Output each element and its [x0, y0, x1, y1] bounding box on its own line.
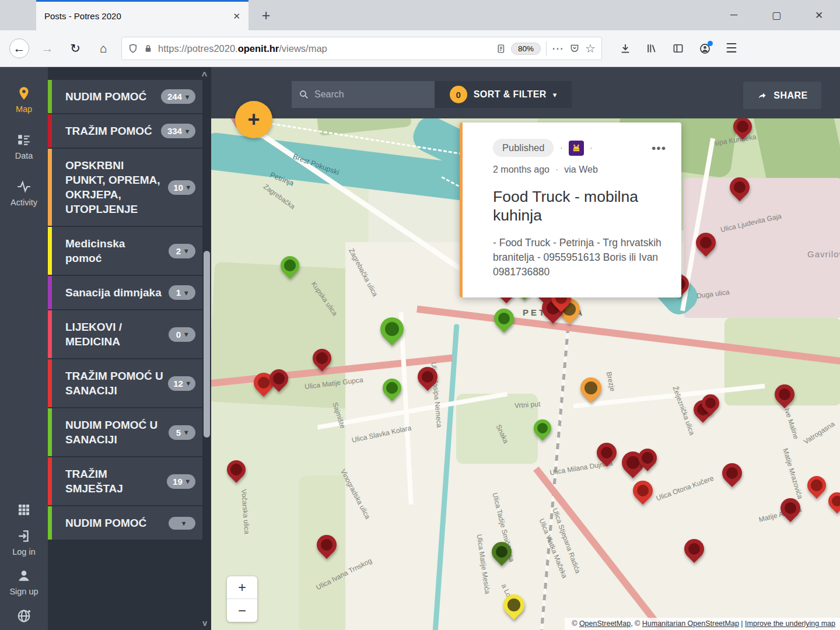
map-pin-darkred[interactable] [223, 457, 249, 483]
map-pin-green[interactable] [376, 312, 409, 345]
category-item[interactable]: Medicinska pomoć2▾ [48, 227, 202, 275]
window-minimize-button[interactable]: ─ [726, 9, 742, 21]
category-item[interactable]: NUDIM POMOĆ▾ [48, 506, 202, 540]
hot-osm-link[interactable]: Humanitarian OpenStreetMap [642, 620, 739, 628]
library-icon[interactable] [646, 43, 657, 54]
osm-link[interactable]: OpenStreetMap [579, 620, 631, 628]
map-pin-green[interactable] [276, 253, 303, 279]
filter-count-badge: 0 [450, 86, 467, 103]
category-item[interactable]: TRAŽIM POMOĆ334▾ [48, 114, 202, 148]
nav-item-login[interactable]: Log in [12, 528, 36, 556]
pin-center-dot [686, 541, 703, 558]
sidebar-scrollbar-thumb[interactable] [204, 251, 210, 438]
map-pin-darkred[interactable] [309, 345, 335, 372]
map-pin-orange[interactable] [576, 373, 606, 402]
improve-map-link[interactable]: Improve the underlying map [745, 620, 835, 628]
tracking-shield-icon[interactable] [128, 43, 138, 54]
map-pin-darkred[interactable] [718, 459, 746, 487]
search-input[interactable] [314, 89, 408, 100]
scroll-up-icon[interactable]: ^ [202, 71, 207, 81]
category-count-badge[interactable]: 19▾ [167, 474, 195, 489]
nav-item-signup[interactable]: Sign up [9, 568, 38, 596]
nav-item-map[interactable]: Map [16, 86, 32, 114]
pin-center-dot [314, 351, 330, 366]
globe-icon [16, 608, 32, 624]
map-pin-red[interactable] [825, 489, 840, 513]
sidebar-toggle-icon[interactable] [672, 43, 684, 54]
category-item[interactable]: NUDIM POMOĆ244▾ [48, 80, 202, 113]
map-pin-darkred[interactable] [414, 363, 442, 391]
menu-hamburger-icon[interactable]: ☰ [726, 41, 737, 56]
pin-center-dot [830, 494, 840, 508]
nav-item-language[interactable] [16, 608, 32, 624]
category-item[interactable]: Sanacija dimnjaka1▾ [48, 276, 202, 309]
chevron-down-icon: ▾ [182, 519, 186, 527]
category-count-badge[interactable]: 244▾ [161, 89, 195, 104]
url-bar[interactable]: https://potres2020.openit.hr/views/map 8… [121, 37, 602, 60]
category-count-badge[interactable]: 0▾ [169, 327, 195, 342]
pin-center-dot [776, 386, 793, 403]
downloads-icon[interactable] [620, 43, 631, 54]
window-close-button[interactable]: ✕ [811, 9, 827, 22]
home-button[interactable]: ⌂ [93, 38, 113, 58]
category-count-badge[interactable]: 334▾ [161, 124, 195, 138]
category-label: TRAŽIM POMOĆ U SANACIJI [65, 369, 163, 398]
forward-button[interactable]: → [37, 38, 57, 58]
new-tab-button[interactable]: + [256, 5, 276, 26]
map-pin-yellow[interactable] [499, 590, 529, 620]
map-pin-darkred[interactable] [726, 173, 754, 201]
category-label: LIJEKOVI / MEDICINA [65, 320, 163, 349]
map-pin-darkred[interactable] [771, 380, 799, 408]
lock-icon[interactable] [144, 44, 153, 53]
category-item[interactable]: TRAŽIM SMJEŠTAJ19▾ [48, 457, 202, 505]
map-pin-green[interactable] [379, 375, 405, 401]
category-count-badge[interactable]: 2▾ [169, 244, 195, 258]
map-pin-green[interactable] [490, 304, 518, 332]
back-button[interactable]: ← [9, 38, 29, 58]
category-item[interactable]: OPSKRBNI PUNKT, OPREMA, OKRJEPA, UTOPLJE… [48, 149, 202, 226]
share-button[interactable]: SHARE [743, 82, 821, 109]
category-count-badge[interactable]: 1▾ [169, 285, 195, 300]
account-icon[interactable] [699, 43, 711, 55]
search-box[interactable] [292, 81, 435, 108]
category-count-badge[interactable]: ▾ [169, 517, 195, 530]
pin-center-dot [734, 119, 750, 135]
category-item[interactable]: TRAŽIM POMOĆ U SANACIJI12▾ [48, 359, 202, 407]
tab-close-icon[interactable]: ✕ [233, 11, 240, 22]
reload-button[interactable]: ↻ [65, 38, 85, 58]
category-count-badge[interactable]: 12▾ [168, 376, 195, 391]
browser-tab[interactable]: Posts - Potres 2020 ✕ [36, 0, 249, 30]
post-title[interactable]: Food Truck - mobilna kuhinja [493, 188, 666, 225]
chevron-down-icon: ▾ [187, 379, 190, 387]
map-pin-darkred[interactable] [313, 531, 341, 559]
post-options-icon[interactable]: ••• [652, 145, 666, 151]
nav-item-data[interactable]: Data [15, 132, 33, 160]
category-count-badge[interactable]: 10▾ [168, 180, 195, 195]
zoom-in-button[interactable]: + [227, 576, 257, 599]
map-pin-red[interactable] [629, 477, 657, 505]
map-pin-darkred[interactable] [776, 494, 804, 522]
category-item[interactable]: LIJEKOVI / MEDICINA0▾ [48, 310, 202, 358]
scroll-down-icon[interactable]: v [202, 618, 207, 628]
map-pin-darkred[interactable] [593, 439, 621, 467]
map-pin-darkred[interactable] [692, 229, 720, 257]
zoom-level-badge[interactable]: 80% [511, 43, 541, 55]
bookmark-star-icon[interactable]: ☆ [585, 41, 596, 55]
map-pin-darkgreen[interactable] [488, 538, 516, 566]
add-post-button[interactable]: + [235, 101, 272, 138]
pocket-icon[interactable] [569, 43, 580, 54]
sort-filter-button[interactable]: 0 SORT & FILTER ▾ [435, 81, 572, 108]
page-actions-icon[interactable]: ⋯ [552, 41, 564, 55]
nav-item-apps[interactable] [17, 503, 31, 517]
category-count-badge[interactable]: 5▾ [169, 425, 195, 440]
nav-item-activity[interactable]: Activity [10, 179, 37, 207]
map-pin-red[interactable] [803, 473, 830, 499]
map-pin-green[interactable] [530, 416, 555, 440]
zoom-out-button[interactable]: − [227, 599, 257, 622]
map-pin-darkred[interactable] [680, 535, 708, 563]
reader-mode-icon[interactable] [496, 43, 506, 54]
pin-center-dot [382, 319, 402, 339]
window-maximize-button[interactable]: ▢ [768, 9, 785, 22]
category-item[interactable]: NUDIM POMOĆ U SANACIJI5▾ [48, 408, 202, 456]
map-canvas[interactable]: Brest PokupskiPetrinjaZagrebačkaZagrebač… [211, 67, 840, 630]
